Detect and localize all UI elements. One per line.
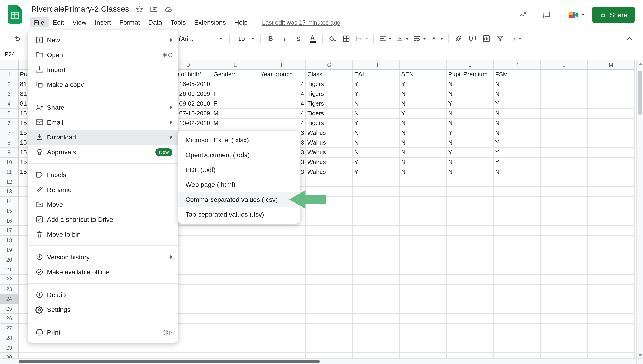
cell-J4[interactable]: Y xyxy=(447,99,494,109)
row-header-26[interactable]: 26 xyxy=(0,314,18,324)
cell-M13[interactable] xyxy=(588,187,635,197)
cell-H21[interactable] xyxy=(353,265,400,275)
cell-K9[interactable]: Y xyxy=(494,148,541,158)
cell-I15[interactable] xyxy=(400,206,447,216)
cell-L4[interactable] xyxy=(541,99,588,109)
row-header-22[interactable]: 22 xyxy=(0,275,18,284)
borders-button[interactable] xyxy=(340,32,352,45)
cell-J23[interactable] xyxy=(447,284,494,294)
cell-H17[interactable] xyxy=(353,226,400,236)
cell-J15[interactable] xyxy=(447,206,494,216)
cell-E23[interactable] xyxy=(212,284,259,294)
cell-F21[interactable] xyxy=(259,265,306,275)
cell-L13[interactable] xyxy=(541,187,588,197)
select-all-corner[interactable] xyxy=(0,60,18,70)
file-menu-item-download[interactable]: Download xyxy=(28,130,178,144)
column-header-E[interactable]: E xyxy=(212,60,259,70)
cell-I24[interactable] xyxy=(400,294,447,304)
cell-G1[interactable]: Class xyxy=(306,70,353,80)
cell-H15[interactable] xyxy=(353,206,400,216)
undo-button[interactable] xyxy=(11,32,23,45)
cell-J20[interactable] xyxy=(447,255,494,265)
file-menu-item-import[interactable]: Import xyxy=(28,62,178,77)
font-size-select[interactable]: 10 xyxy=(232,35,258,42)
cell-H14[interactable] xyxy=(353,197,400,206)
cell-D29[interactable] xyxy=(165,343,212,353)
cell-L14[interactable] xyxy=(541,197,588,206)
menu-edit[interactable]: Edit xyxy=(48,17,68,28)
cell-I22[interactable] xyxy=(400,275,447,284)
cell-H16[interactable] xyxy=(353,216,400,226)
cell-G22[interactable] xyxy=(306,275,353,284)
cell-E2[interactable] xyxy=(212,80,259,89)
cell-H26[interactable] xyxy=(353,314,400,324)
menu-view[interactable]: View xyxy=(68,17,90,28)
row-header-2[interactable]: 2 xyxy=(0,80,18,89)
cell-E20[interactable] xyxy=(212,255,259,265)
column-header-J[interactable]: J xyxy=(447,60,494,70)
cell-L6[interactable] xyxy=(541,118,588,128)
row-header-23[interactable]: 23 xyxy=(0,284,18,294)
cell-G23[interactable] xyxy=(306,284,353,294)
menu-format[interactable]: Format xyxy=(115,17,144,28)
cell-H5[interactable]: N xyxy=(353,109,400,118)
cell-E17[interactable] xyxy=(212,226,259,236)
cell-F23[interactable] xyxy=(259,284,306,294)
cell-H28[interactable] xyxy=(353,333,400,343)
cell-G29[interactable] xyxy=(306,343,353,353)
cell-G19[interactable] xyxy=(306,246,353,255)
cell-M4[interactable] xyxy=(588,99,635,109)
column-header-G[interactable]: G xyxy=(306,60,353,70)
insert-comment-button[interactable] xyxy=(466,32,478,45)
cell-J25[interactable] xyxy=(447,304,494,314)
cell-G2[interactable]: Tigers xyxy=(306,80,353,89)
cell-E27[interactable] xyxy=(212,324,259,333)
cell-E4[interactable]: F xyxy=(212,99,259,109)
cell-E18[interactable] xyxy=(212,236,259,246)
row-header-15[interactable]: 15 xyxy=(0,206,18,216)
cell-M30[interactable] xyxy=(588,353,635,358)
column-header-K[interactable]: K xyxy=(494,60,541,70)
cell-G8[interactable]: Walrus xyxy=(306,138,353,148)
cell-J3[interactable]: N xyxy=(447,89,494,99)
insert-link-button[interactable] xyxy=(452,32,464,45)
cell-A29[interactable] xyxy=(18,343,68,353)
row-header-25[interactable]: 25 xyxy=(0,304,18,314)
cell-H18[interactable] xyxy=(353,236,400,246)
file-menu-item-add-a-shortcut-to-drive[interactable]: Add a shortcut to Drive xyxy=(28,212,178,227)
cell-H25[interactable] xyxy=(353,304,400,314)
text-rotation-select[interactable] xyxy=(429,32,444,45)
cell-E24[interactable] xyxy=(212,294,259,304)
cell-I19[interactable] xyxy=(400,246,447,255)
column-header-H[interactable]: H xyxy=(353,60,400,70)
cell-M8[interactable] xyxy=(588,138,635,148)
cell-K15[interactable] xyxy=(494,206,541,216)
file-menu-item-make-available-offline[interactable]: Make available offline xyxy=(28,264,178,280)
row-header-7[interactable]: 7 xyxy=(0,128,18,138)
cell-M3[interactable] xyxy=(588,89,635,99)
merge-cells-button[interactable] xyxy=(354,32,370,45)
cell-K8[interactable]: Y xyxy=(494,138,541,148)
row-header-14[interactable]: 14 xyxy=(0,197,18,206)
cell-J26[interactable] xyxy=(447,314,494,324)
cell-K13[interactable] xyxy=(494,187,541,197)
file-menu-item-email[interactable]: Email xyxy=(28,115,178,130)
cell-H13[interactable] xyxy=(353,187,400,197)
cell-J27[interactable] xyxy=(447,324,494,333)
strikethrough-button[interactable]: S xyxy=(292,32,304,45)
cell-L18[interactable] xyxy=(541,236,588,246)
cell-J10[interactable]: N xyxy=(447,158,494,167)
cell-E28[interactable] xyxy=(212,333,259,343)
cell-J24[interactable] xyxy=(447,294,494,304)
row-header-16[interactable]: 16 xyxy=(0,216,18,226)
cell-I6[interactable]: N xyxy=(400,118,447,128)
cell-H7[interactable]: N xyxy=(353,128,400,138)
cell-M26[interactable] xyxy=(588,314,635,324)
column-header-F[interactable]: F xyxy=(259,60,306,70)
cell-H6[interactable]: Y xyxy=(353,118,400,128)
row-header-4[interactable]: 4 xyxy=(0,99,18,109)
cell-G9[interactable]: Walrus xyxy=(306,148,353,158)
move-to-folder-icon[interactable] xyxy=(150,5,158,14)
cell-H23[interactable] xyxy=(353,284,400,294)
cell-M7[interactable] xyxy=(588,128,635,138)
